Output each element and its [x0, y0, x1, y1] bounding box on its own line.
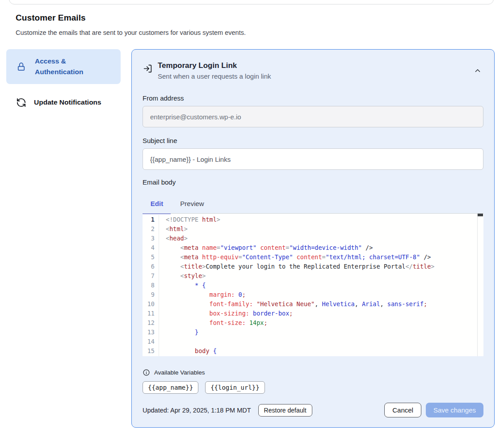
page-subtitle: Customize the emails that are sent to yo… [16, 29, 246, 36]
tab-preview[interactable]: Preview [171, 194, 213, 213]
variable-chip-app-name[interactable]: {{app_name}} [143, 381, 198, 394]
from-address-input[interactable] [143, 106, 483, 127]
line-number: 8 [143, 281, 159, 290]
line-number: 12 [143, 318, 159, 328]
code-line[interactable]: 8* { [143, 281, 483, 290]
email-body-label: Email body [143, 178, 483, 186]
line-number: 15 [143, 346, 159, 356]
code-area: 1<!DOCTYPE html>2<html>3<head>4<meta nam… [143, 214, 483, 356]
code-line[interactable]: 16background-color: #f5f8f9; [143, 356, 483, 356]
line-number: 11 [143, 309, 159, 318]
subject-line-label: Subject line [143, 137, 483, 144]
restore-default-button[interactable]: Restore default [258, 404, 312, 417]
variable-chip-login-url[interactable]: {{login_url}} [205, 381, 265, 394]
panel-header: Temporary Login Link Sent when a user re… [143, 61, 483, 81]
sidebar-item-access-authentication[interactable]: Access & Authentication [6, 49, 121, 84]
line-number: 5 [143, 253, 159, 262]
code-line[interactable]: 5<meta http-equiv="Content-Type" content… [143, 253, 483, 262]
editor-tabs: Edit Preview [143, 194, 483, 213]
sidebar-item-update-notifications[interactable]: Update Notifications [6, 92, 121, 113]
line-number: 14 [143, 337, 159, 346]
sidebar-item-label: Access & Authentication [35, 56, 93, 77]
code-line[interactable]: 2<html> [143, 224, 483, 234]
line-number: 13 [143, 328, 159, 337]
info-icon [143, 369, 150, 376]
code-editor[interactable]: 1<!DOCTYPE html>2<html>3<head>4<meta nam… [143, 213, 483, 356]
editor-scrollbar-track[interactable] [477, 214, 483, 356]
previous-card-bottom-edge [9, 0, 494, 4]
log-in-icon [143, 64, 152, 73]
tab-edit[interactable]: Edit [143, 194, 171, 213]
code-line[interactable]: 14 [143, 337, 483, 346]
line-number: 6 [143, 262, 159, 271]
sidebar-item-label: Update Notifications [34, 98, 101, 106]
code-line[interactable]: 13} [143, 328, 483, 337]
code-line[interactable]: 9margin: 0; [143, 290, 483, 299]
line-number: 9 [143, 290, 159, 299]
code-line[interactable]: 3<head> [143, 234, 483, 243]
variable-chips: {{app_name}} {{login_url}} [143, 381, 483, 394]
line-number: 2 [143, 224, 159, 234]
collapse-button[interactable] [474, 67, 482, 76]
line-number: 4 [143, 243, 159, 253]
temporary-login-link-panel: Temporary Login Link Sent when a user re… [131, 49, 495, 428]
code-line[interactable]: 11box-sizing: border-box; [143, 309, 483, 318]
code-line[interactable]: 4<meta name="viewport" content="width=de… [143, 243, 483, 253]
chevron-up-icon [474, 67, 482, 75]
line-number: 1 [143, 215, 159, 224]
page-header: Customer Emails Customize the emails tha… [16, 13, 246, 36]
panel-footer: Updated: Apr 29, 2025, 1:18 PM MDT Resto… [143, 403, 483, 417]
from-address-label: From address [143, 94, 483, 102]
code-line[interactable]: 7<style> [143, 271, 483, 281]
email-categories-sidebar: Access & Authentication Update Notificat… [6, 49, 121, 113]
available-variables-label: Available Variables [154, 369, 205, 376]
active-tab-underline [143, 213, 171, 214]
line-number: 3 [143, 234, 159, 243]
save-changes-button[interactable]: Save changes [426, 403, 483, 417]
code-line[interactable]: 6<title>Complete your login to the Repli… [143, 262, 483, 271]
line-number: 7 [143, 271, 159, 281]
updated-timestamp: Updated: Apr 29, 2025, 1:18 PM MDT [143, 407, 251, 414]
lock-icon [16, 62, 26, 72]
available-variables-row: Available Variables [143, 369, 483, 376]
code-line[interactable]: 1<!DOCTYPE html> [143, 215, 483, 224]
code-line[interactable]: 12font-size: 14px; [143, 318, 483, 328]
panel-subtitle: Sent when a user requests a login link [158, 72, 271, 81]
code-line[interactable]: 10font-family: "Helvetica Neue", Helveti… [143, 299, 483, 309]
editor-scrollbar-thumb[interactable] [478, 214, 483, 216]
code-line[interactable]: 15body { [143, 346, 483, 356]
refresh-icon [16, 97, 26, 108]
line-number: 10 [143, 299, 159, 309]
cancel-button[interactable]: Cancel [384, 403, 421, 417]
panel-title: Temporary Login Link [158, 61, 271, 71]
line-number: 16 [143, 356, 159, 356]
page-title: Customer Emails [16, 13, 246, 23]
subject-line-input[interactable] [143, 148, 483, 170]
